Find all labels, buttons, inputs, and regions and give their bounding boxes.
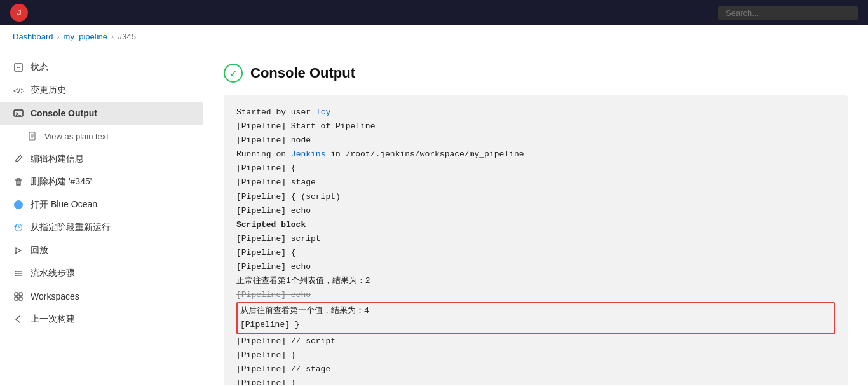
console-output-box[interactable]: Started by user lcy [Pipeline] Start of …	[224, 95, 848, 385]
console-icon	[13, 107, 24, 119]
sidebar-item-workspaces[interactable]: Workspaces	[0, 285, 203, 308]
svg-point-11	[15, 201, 23, 209]
svg-rect-19	[15, 293, 18, 296]
console-line-13: 正常往查看第1个列表值，结果为：2	[236, 274, 835, 288]
breadcrumb-dashboard[interactable]: Dashboard	[13, 32, 53, 41]
console-line-4: Running on Jenkins in /root/.jenkins/wor…	[236, 148, 835, 162]
breadcrumb-sep-2: ›	[111, 32, 114, 41]
workspaces-icon	[13, 291, 24, 302]
console-line-1: Started by user lcy	[236, 106, 835, 120]
sidebar-item-delete-build[interactable]: 删除构建 '#345'	[0, 170, 203, 193]
edit-icon	[13, 153, 24, 165]
breadcrumb-pipeline[interactable]: my_pipeline	[64, 32, 107, 41]
sidebar-item-plain-text-label: View as plain text	[44, 132, 109, 141]
svg-rect-21	[15, 297, 18, 300]
sidebar-item-changes[interactable]: </> 变更历史	[0, 79, 203, 102]
sidebar-item-edit-build[interactable]: 编辑构建信息	[0, 148, 203, 170]
sidebar-item-delete-build-label: 删除构建 '#345'	[31, 176, 92, 188]
restart-stage-icon	[13, 222, 24, 233]
main-layout: 状态 </> 变更历史 Console Output View as plain…	[0, 48, 868, 385]
console-line-10: [Pipeline] script	[236, 232, 835, 246]
content-area: ✓ Console Output Started by user lcy [Pi…	[203, 48, 868, 385]
sidebar-item-blue-ocean-label: 打开 Blue Ocean	[31, 199, 97, 210]
sidebar-item-workspaces-label: Workspaces	[31, 291, 79, 301]
sidebar-item-blue-ocean[interactable]: 打开 Blue Ocean	[0, 193, 203, 216]
console-highlight-block: 从后往前查看第一个值，结果为：4 [Pipeline] }	[236, 302, 835, 334]
prev-build-icon	[13, 314, 24, 325]
console-line-18: [Pipeline] }	[236, 348, 835, 362]
console-line-7: [Pipeline] { (script)	[236, 190, 835, 204]
search-input[interactable]	[718, 6, 858, 20]
page-title-row: ✓ Console Output	[224, 64, 848, 83]
breadcrumb-sep-1: ›	[57, 32, 60, 41]
sidebar-item-prev-build-label: 上一次构建	[31, 314, 75, 325]
success-icon: ✓	[224, 64, 243, 83]
svg-point-17	[15, 273, 16, 274]
console-line-19: [Pipeline] // stage	[236, 362, 835, 376]
console-line-14: [Pipeline] echo	[236, 288, 835, 302]
page-title: Console Output	[250, 65, 355, 81]
blue-ocean-icon	[13, 199, 24, 210]
jenkins-logo: J	[10, 4, 28, 22]
svg-rect-20	[19, 293, 22, 296]
console-line-2: [Pipeline] Start of Pipeline	[236, 120, 835, 134]
svg-point-18	[15, 275, 16, 276]
console-line-15: 从后往前查看第一个值，结果为：4 [Pipeline] }	[236, 302, 835, 334]
status-icon	[13, 62, 24, 73]
sidebar-item-pipeline-steps-label: 流水线步骤	[31, 268, 75, 279]
svg-rect-22	[19, 297, 22, 300]
console-line-12: [Pipeline] echo	[236, 260, 835, 274]
console-line-8: [Pipeline] echo	[236, 204, 835, 218]
svg-point-16	[15, 271, 16, 272]
breadcrumb: Dashboard › my_pipeline › #345	[0, 25, 868, 48]
sidebar-item-replay-label: 回放	[31, 245, 48, 256]
sidebar-item-restart-stage[interactable]: 从指定阶段重新运行	[0, 216, 203, 239]
console-line-3: [Pipeline] node	[236, 134, 835, 148]
sidebar-item-restart-stage-label: 从指定阶段重新运行	[31, 222, 111, 233]
changes-icon: </>	[13, 85, 24, 96]
svg-text:</>: </>	[13, 86, 24, 95]
console-line-9: Scripted block	[236, 218, 835, 232]
sidebar-item-status[interactable]: 状态	[0, 56, 203, 79]
console-line-11: [Pipeline] {	[236, 246, 835, 260]
plain-text-icon	[27, 130, 38, 142]
sidebar-item-prev-build[interactable]: 上一次构建	[0, 308, 203, 331]
sidebar-item-edit-build-label: 编辑构建信息	[31, 153, 84, 165]
sidebar-item-changes-label: 变更历史	[31, 85, 66, 96]
console-line-5: [Pipeline] {	[236, 162, 835, 176]
sidebar-item-pipeline-steps[interactable]: 流水线步骤	[0, 262, 203, 285]
pipeline-steps-icon	[13, 268, 24, 279]
replay-icon	[13, 245, 24, 256]
jenkins-link[interactable]: Jenkins	[291, 149, 326, 159]
sidebar-item-status-label: 状态	[31, 62, 48, 73]
sidebar-item-replay[interactable]: 回放	[0, 239, 203, 262]
topbar: J	[0, 0, 868, 25]
console-line-6: [Pipeline] stage	[236, 176, 835, 190]
sidebar-item-console-label: Console Output	[31, 108, 97, 118]
console-line-20: [Pipeline] }	[236, 376, 835, 385]
sidebar-item-console[interactable]: Console Output	[0, 102, 203, 125]
delete-icon	[13, 176, 24, 188]
user-link[interactable]: lcy	[316, 107, 330, 117]
sidebar: 状态 </> 变更历史 Console Output View as plain…	[0, 48, 203, 385]
breadcrumb-build: #345	[118, 32, 136, 41]
console-line-17: [Pipeline] // script	[236, 334, 835, 348]
sidebar-item-plain-text[interactable]: View as plain text	[0, 125, 203, 148]
